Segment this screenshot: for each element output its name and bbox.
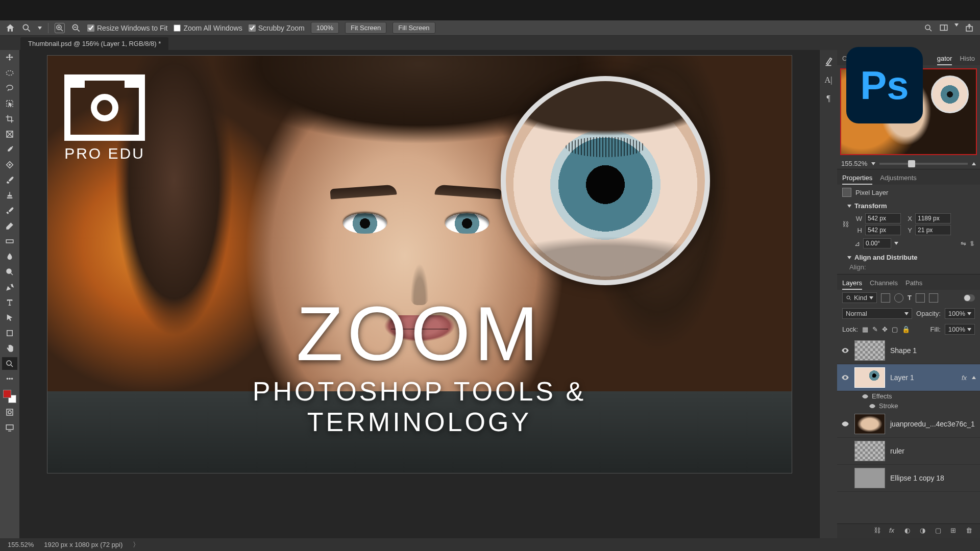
link-wh-icon[interactable]: ⛓ — [842, 220, 849, 228]
blur-tool[interactable] — [2, 250, 17, 263]
flip-v-icon[interactable]: ⥮ — [969, 240, 975, 247]
scrubby-zoom-option[interactable]: Scrubby Zoom — [249, 24, 305, 32]
layer-row[interactable]: Ellipse 1 copy 18 — [837, 465, 980, 492]
layer-row[interactable]: Shape 1 — [837, 337, 980, 364]
filter-adjust-icon[interactable] — [894, 293, 903, 303]
layer-name[interactable]: Shape 1 — [890, 346, 917, 355]
lock-transparent-icon[interactable]: ▦ — [862, 325, 868, 333]
y-input[interactable] — [915, 225, 951, 235]
document-tab[interactable]: Thumbnail.psd @ 156% (Layer 1, RGB/8/8) … — [20, 37, 168, 50]
lock-all-icon[interactable]: 🔒 — [902, 325, 910, 333]
layer-thumbnail[interactable] — [854, 340, 885, 361]
height-input[interactable] — [865, 225, 901, 235]
delete-layer-icon[interactable]: 🗑 — [966, 527, 975, 536]
filter-shape-icon[interactable] — [916, 293, 925, 303]
search-icon[interactable] — [924, 23, 933, 34]
stamp-tool[interactable] — [2, 189, 17, 202]
link-layers-icon[interactable]: ⛓ — [874, 527, 883, 536]
angle-dropdown[interactable] — [894, 242, 898, 245]
opacity-input[interactable]: 100% — [945, 308, 975, 319]
fill-input[interactable]: 100% — [945, 324, 975, 335]
tool-preset-dropdown[interactable] — [38, 27, 42, 30]
visibility-toggle[interactable] — [841, 447, 849, 455]
tab-navigator[interactable]: gator — [937, 53, 952, 65]
tab-channels[interactable]: Channels — [870, 277, 898, 290]
canvas-area[interactable]: ZOOM PHOTOSHOP TOOLS & TERMINOLOGY PRO E… — [19, 50, 819, 538]
move-tool[interactable] — [2, 51, 17, 64]
frame-tool[interactable] — [2, 128, 17, 140]
fit-screen-button[interactable]: Fit Screen — [345, 22, 386, 34]
filter-pixel-icon[interactable] — [881, 293, 890, 303]
layer-fx-icon[interactable]: fx — [889, 527, 898, 536]
home-icon[interactable] — [5, 23, 15, 33]
share-icon[interactable] — [965, 23, 974, 34]
zoom-tool-icon[interactable] — [21, 23, 32, 33]
zoom-in-icon[interactable] — [55, 23, 65, 33]
layer-row[interactable]: ruler — [837, 438, 980, 465]
filter-type-icon[interactable]: T — [908, 294, 912, 302]
visibility-toggle[interactable] — [841, 373, 849, 382]
edit-toolbar[interactable]: ••• — [2, 372, 17, 385]
zoom-100-button[interactable]: 100% — [311, 22, 339, 34]
fx-collapse[interactable] — [972, 376, 976, 379]
visibility-toggle[interactable] — [841, 474, 849, 482]
tab-histogram[interactable]: Histo — [960, 53, 975, 65]
layer-name[interactable]: Ellipse 1 copy 18 — [890, 474, 944, 482]
pen-tool[interactable] — [2, 281, 17, 293]
zoom-out-btn[interactable] — [871, 162, 875, 165]
tab-properties[interactable]: Properties — [842, 172, 872, 185]
paragraph-panel-icon[interactable]: ¶ — [823, 93, 834, 104]
crop-tool[interactable] — [2, 112, 17, 125]
layer-row[interactable]: juanproedu_...4ec3e76c_1 — [837, 411, 980, 438]
dodge-tool[interactable] — [2, 265, 17, 278]
workspace-icon[interactable] — [939, 23, 948, 34]
object-select-tool[interactable] — [2, 97, 17, 110]
lock-artboard-icon[interactable]: ▢ — [892, 325, 898, 333]
width-input[interactable] — [865, 213, 901, 223]
group-icon[interactable]: ▢ — [935, 527, 944, 536]
status-more[interactable]: 〉 — [133, 540, 139, 549]
lock-position-icon[interactable]: ✥ — [882, 325, 888, 333]
marquee-tool[interactable] — [2, 66, 17, 79]
flip-h-icon[interactable]: ⇋ — [961, 240, 966, 247]
zoom-tool[interactable] — [2, 357, 17, 370]
color-swatches[interactable] — [3, 390, 16, 403]
type-tool[interactable] — [2, 296, 17, 309]
transform-section[interactable]: Transform — [842, 200, 975, 212]
brush-tool[interactable] — [2, 173, 17, 186]
character-panel-icon[interactable]: A| — [823, 74, 834, 86]
lock-image-icon[interactable]: ✎ — [872, 325, 878, 333]
document-canvas[interactable]: ZOOM PHOTOSHOP TOOLS & TERMINOLOGY — [47, 55, 792, 473]
tab-paths[interactable]: Paths — [905, 277, 922, 290]
layer-filter-kind[interactable]: Kind — [842, 292, 877, 303]
status-zoom[interactable]: 155.52% — [8, 541, 34, 548]
screenmode-toggle[interactable] — [2, 421, 17, 434]
healing-tool[interactable] — [2, 158, 17, 171]
tab-layers[interactable]: Layers — [842, 277, 862, 290]
eraser-tool[interactable] — [2, 219, 17, 232]
layer-thumbnail[interactable] — [854, 468, 885, 488]
filter-toggle[interactable] — [964, 294, 975, 302]
gradient-tool[interactable] — [2, 235, 17, 247]
zoom-all-option[interactable]: Zoom All Windows — [174, 24, 242, 32]
lasso-tool[interactable] — [2, 82, 17, 94]
path-select-tool[interactable] — [2, 311, 17, 324]
history-brush-tool[interactable] — [2, 204, 17, 217]
fx-badge[interactable]: fx — [962, 374, 967, 382]
layer-thumbnail[interactable] — [854, 414, 885, 434]
workspace-dropdown[interactable] — [954, 23, 959, 27]
blend-mode-select[interactable]: Normal — [842, 308, 912, 319]
angle-input[interactable] — [863, 238, 891, 248]
layer-effect-stroke[interactable]: Stroke — [837, 401, 980, 411]
layer-name[interactable]: ruler — [890, 447, 904, 455]
x-input[interactable] — [915, 213, 951, 223]
layer-row[interactable]: Layer 1 fx — [837, 364, 980, 391]
visibility-toggle[interactable] — [841, 420, 849, 428]
layer-mask-icon[interactable]: ◐ — [904, 527, 914, 536]
layer-thumbnail[interactable] — [854, 441, 885, 461]
status-dims[interactable]: 1920 px x 1080 px (72 ppi) — [44, 541, 122, 548]
shape-tool[interactable] — [2, 327, 17, 339]
quickmask-toggle[interactable] — [2, 406, 17, 418]
layer-name[interactable]: Layer 1 — [890, 373, 914, 382]
resize-windows-option[interactable]: Resize Windows to Fit — [87, 24, 167, 32]
